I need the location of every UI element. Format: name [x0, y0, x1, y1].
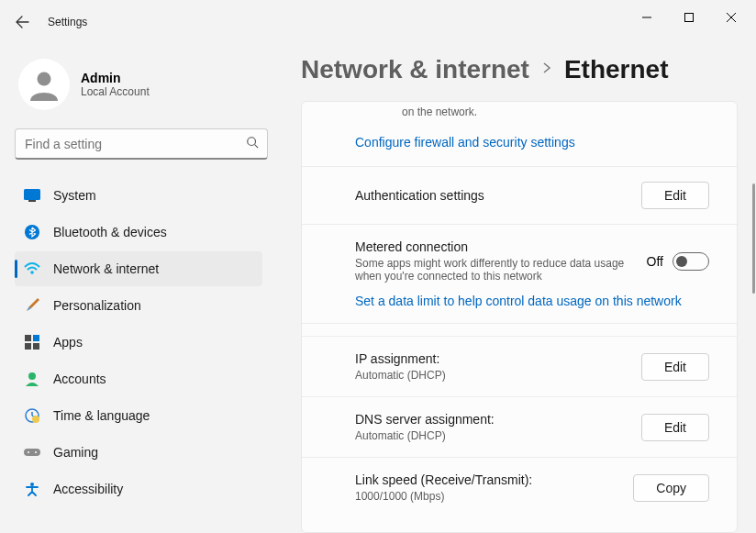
page-scrollbar[interactable]: [752, 183, 755, 524]
svg-rect-7: [25, 335, 31, 341]
brush-icon: [24, 297, 40, 314]
auth-title: Authentication settings: [355, 188, 627, 203]
sidebar-label: Bluetooth & devices: [53, 225, 167, 239]
user-type: Local Account: [81, 85, 150, 98]
sidebar-label: Accessibility: [53, 482, 123, 496]
svg-rect-3: [24, 189, 40, 200]
search-input[interactable]: [15, 128, 268, 160]
sidebar-item-accounts[interactable]: Accounts: [15, 361, 262, 396]
sidebar-label: Gaming: [53, 445, 98, 460]
account-icon: [24, 371, 40, 387]
dns-row: DNS server assignment: Automatic (DHCP) …: [302, 396, 737, 457]
sidebar-item-apps[interactable]: Apps: [15, 325, 262, 360]
system-icon: [24, 187, 40, 204]
close-button[interactable]: [710, 3, 752, 32]
auth-edit-button[interactable]: Edit: [641, 182, 709, 209]
sidebar-item-time[interactable]: Time & language: [15, 398, 262, 433]
breadcrumb: Network & internet Ethernet: [301, 55, 738, 84]
svg-rect-0: [685, 14, 694, 22]
svg-rect-8: [33, 335, 39, 341]
svg-point-6: [30, 271, 34, 274]
speed-copy-button[interactable]: Copy: [633, 474, 709, 502]
titlebar: Settings: [0, 0, 756, 44]
app-title: Settings: [48, 16, 87, 28]
maximize-button[interactable]: [668, 3, 710, 32]
sidebar-item-network[interactable]: Network & internet: [15, 251, 262, 286]
user-name: Admin: [81, 71, 150, 85]
minimize-icon: [642, 13, 651, 22]
sidebar: Admin Local Account System Bluetooth & d…: [0, 44, 283, 533]
metered-toggle-label: Off: [647, 254, 663, 269]
data-limit-link[interactable]: Set a data limit to help control data us…: [302, 292, 737, 323]
window-controls: [626, 12, 752, 32]
svg-point-15: [28, 451, 29, 453]
svg-rect-4: [28, 200, 36, 202]
breadcrumb-current: Ethernet: [564, 55, 669, 84]
svg-rect-9: [25, 343, 31, 350]
svg-rect-14: [24, 449, 40, 456]
svg-point-1: [38, 72, 51, 86]
bluetooth-icon: [24, 224, 40, 240]
person-icon: [28, 68, 61, 101]
ip-title: IP assignment:: [355, 351, 627, 366]
truncated-text: on the network.: [302, 102, 737, 128]
clock-globe-icon: [24, 407, 40, 424]
wifi-icon: [24, 261, 40, 277]
svg-rect-10: [33, 343, 39, 350]
user-block[interactable]: Admin Local Account: [15, 51, 268, 128]
svg-point-16: [35, 451, 37, 453]
sidebar-item-personalization[interactable]: Personalization: [15, 288, 262, 323]
svg-point-2: [248, 138, 256, 146]
accessibility-icon: [24, 481, 40, 497]
speed-row: Link speed (Receive/Transmit): 1000/1000…: [302, 457, 737, 517]
sidebar-item-accessibility[interactable]: Accessibility: [15, 472, 262, 506]
speed-value: 1000/1000 (Mbps): [355, 490, 618, 503]
metered-row: Metered connection Some apps might work …: [302, 224, 737, 292]
sidebar-item-bluetooth[interactable]: Bluetooth & devices: [15, 215, 262, 250]
dns-value: Automatic (DHCP): [355, 429, 627, 442]
sidebar-label: System: [53, 188, 96, 203]
search-wrap: [15, 128, 268, 160]
dns-title: DNS server assignment:: [355, 412, 627, 427]
svg-point-13: [32, 416, 39, 423]
sidebar-label: Accounts: [53, 372, 106, 386]
main-content: Network & internet Ethernet on the netwo…: [283, 44, 756, 533]
firewall-link[interactable]: Configure firewall and security settings: [302, 128, 737, 166]
back-arrow-icon: [15, 15, 29, 29]
metered-sub: Some apps might work differently to redu…: [355, 257, 630, 283]
ip-value: Automatic (DHCP): [355, 369, 627, 382]
nav-list: System Bluetooth & devices Network & int…: [15, 178, 268, 533]
chevron-right-icon: [540, 61, 553, 78]
sidebar-label: Apps: [53, 335, 83, 350]
metered-toggle[interactable]: [673, 252, 709, 271]
settings-panel: on the network. Configure firewall and s…: [301, 101, 738, 533]
sidebar-item-gaming[interactable]: Gaming: [15, 435, 262, 470]
sidebar-item-system[interactable]: System: [15, 178, 262, 213]
apps-icon: [24, 334, 40, 350]
svg-point-17: [30, 483, 34, 486]
search-icon: [246, 136, 259, 152]
avatar: [18, 59, 70, 110]
speed-title: Link speed (Receive/Transmit):: [355, 472, 618, 487]
auth-row: Authentication settings Edit: [302, 166, 737, 224]
dns-edit-button[interactable]: Edit: [641, 414, 709, 441]
svg-point-11: [28, 372, 36, 380]
close-icon: [727, 13, 736, 22]
minimize-button[interactable]: [626, 3, 668, 32]
back-button[interactable]: [4, 4, 40, 40]
metered-title: Metered connection: [355, 239, 632, 254]
ip-edit-button[interactable]: Edit: [641, 353, 709, 381]
breadcrumb-parent[interactable]: Network & internet: [301, 55, 529, 84]
sidebar-label: Network & internet: [53, 261, 159, 276]
ip-row: IP assignment: Automatic (DHCP) Edit: [302, 336, 737, 396]
gamepad-icon: [24, 444, 40, 461]
maximize-icon: [684, 13, 694, 22]
sidebar-label: Time & language: [53, 408, 150, 423]
sidebar-label: Personalization: [53, 298, 141, 313]
